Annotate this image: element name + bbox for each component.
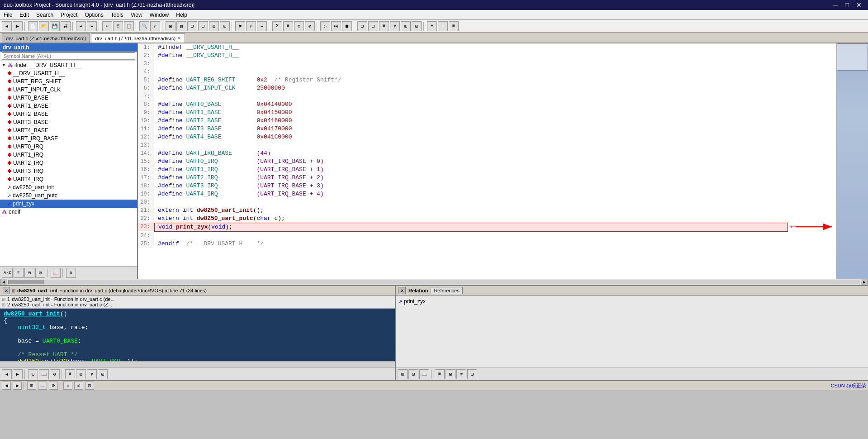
tb-b6[interactable]: ⊡ [220,21,230,31]
tb-b4[interactable]: ⊟ [198,21,208,31]
menu-tools[interactable]: Tools [107,10,127,19]
tree-item-uart0-base[interactable]: ✱ UART0_BASE [0,94,137,102]
tree-item-uart1-base[interactable]: ✱ UART1_BASE [0,102,137,110]
tb-step[interactable]: ⏭ [331,21,341,31]
bl-tb-3[interactable]: ⊞ [28,369,38,379]
tb-copy[interactable]: ⎘ [113,21,123,31]
tb-b1[interactable]: ▣ [166,21,175,31]
h-scrollbar[interactable]: ◀ ▶ [0,279,868,285]
tb-sym3[interactable]: ⊕ [294,21,304,31]
bl-tb-9[interactable]: ⊡ [98,369,108,379]
menu-search[interactable]: Search [33,10,57,19]
sym-tb-4[interactable]: 📖 [51,268,61,278]
tree-item-uart4-irq[interactable]: ✱ UART4_IRQ [0,175,137,183]
rp-tb-1[interactable]: ⊞ [398,369,408,379]
sym-tb-3[interactable]: ⊠ [35,268,45,278]
menu-options[interactable]: Options [81,10,107,19]
h-scroll-right[interactable]: ▶ [861,279,868,285]
tb-print[interactable]: 🖨 [61,21,71,31]
tb-sym1[interactable]: Σ [272,21,282,31]
rp-tb-2[interactable]: ⊡ [408,369,418,379]
tb-b7[interactable]: ⚑ [235,21,245,31]
tree-item-uart3-base[interactable]: ✱ UART3_BASE [0,118,137,126]
tb-more2[interactable]: - [438,21,448,31]
menu-project[interactable]: Project [57,10,81,19]
tree-item-uart-reg-shift[interactable]: ✱ UART_REG_SHIFT [0,77,137,86]
rp-tb-7[interactable]: ⊡ [467,369,477,379]
tb-run[interactable]: ▷ [320,21,330,31]
title-controls[interactable]: ─ □ ✕ [831,1,864,9]
restore-btn[interactable]: □ [843,1,852,9]
bl-tb-4[interactable]: 📖 [39,369,49,379]
rp-tb-5[interactable]: ⊠ [446,369,455,379]
h-scroll-track[interactable] [8,280,860,284]
tb-b8[interactable]: ⚐ [246,21,256,31]
status-btn-6[interactable]: ≡ [63,382,72,390]
relation-tab-references[interactable]: References [431,287,462,294]
status-btn-1[interactable]: ◀ [2,382,11,390]
status-btn-8[interactable]: ⊡ [85,382,94,390]
rp-tb-4[interactable]: ≡ [435,369,445,379]
status-btn-3[interactable]: ⊞ [27,382,36,390]
tree-item-uart-input-clk[interactable]: ✱ UART_INPUT_CLK [0,86,137,94]
tab-drv-uart-h-close[interactable]: ✕ [177,36,181,41]
bl-tb-1[interactable]: ◀ [2,369,12,379]
status-btn-5[interactable]: ⚙ [49,382,58,390]
tb-t3[interactable]: ≡ [379,21,389,31]
sym-tb-2[interactable]: ⊞ [24,268,34,278]
tree-item-uart2-irq[interactable]: ✱ UART2_IRQ [0,159,137,167]
relation-item-print-zyx[interactable]: ↗ print_zyx [398,297,866,305]
minimap-thumb[interactable] [837,43,868,71]
bl-tb-5[interactable]: ⚙ [50,369,60,379]
tb-b2[interactable]: ▤ [176,21,186,31]
tb-new[interactable]: 📄 [28,21,38,31]
tb-t2[interactable]: ⊟ [368,21,378,31]
tb-b5[interactable]: ⊠ [209,21,219,31]
bl-tb-8[interactable]: ≢ [87,369,97,379]
right-panel-close-btn[interactable]: ✕ [398,287,406,294]
tb-b3[interactable]: ⊞ [187,21,197,31]
tb-more1[interactable]: + [427,21,437,31]
tb-t4[interactable]: ≢ [390,21,400,31]
tree-item-dw8250-uart-putc[interactable]: ↗ dw8250_uart_putc [0,191,137,200]
bl-tb-2[interactable]: ▶ [13,369,23,379]
bottom-code-view[interactable]: dw8250_uart_init() { uint32_t base, rate… [0,309,395,361]
tb-sym2[interactable]: ≡ [283,21,293,31]
menu-edit[interactable]: Edit [16,10,33,19]
bottom-left-close-btn[interactable]: ✕ [3,287,10,294]
tb-replace[interactable]: ⇄ [150,21,160,31]
tb-cut[interactable]: ✂ [102,21,112,31]
tree-item-print-zyx[interactable]: ↗ print_zyx [0,200,137,208]
rp-tb-3[interactable]: 📖 [419,369,429,379]
symbol-search-input[interactable] [2,52,135,60]
bl-tb-7[interactable]: ⊠ [76,369,86,379]
menu-help[interactable]: Help [172,10,191,19]
menu-view[interactable]: View [127,10,146,19]
tb-back[interactable]: ◀ [2,21,12,31]
tab-drv-uart-c[interactable]: drv_uart.c (Z:\d1-nezha-rtthread\src) [2,33,90,43]
tree-item-uart2-base[interactable]: ✱ UART2_BASE [0,110,137,118]
tb-save[interactable]: 💾 [50,21,60,31]
status-btn-2[interactable]: ▶ [13,382,22,390]
tb-search[interactable]: 🔍 [139,21,149,31]
status-btn-7[interactable]: ≢ [74,382,83,390]
tb-sym4[interactable]: ⊗ [305,21,315,31]
bottom-h-scroll[interactable] [0,361,395,367]
tb-redo[interactable]: ↪ [87,21,97,31]
minimize-btn[interactable]: ─ [831,1,841,9]
tree-item-uart1-irq[interactable]: ✱ UART1_IRQ [0,151,137,159]
bl-tb-6[interactable]: ≡ [65,369,75,379]
tab-drv-uart-h[interactable]: drv_uart.h (Z:\d1-nezha-rtthread\src) ✕ [91,33,185,43]
tree-item-dw8250-uart-init[interactable]: ↗ dw8250_uart_init [0,183,137,191]
list-entry-1[interactable]: ⊞ 1 dw8250_uart_init - Function in drv_u… [2,296,393,302]
tb-more3[interactable]: ≡ [449,21,459,31]
sym-tb-az[interactable]: A-Z [2,268,13,278]
tree-item-uart0-irq[interactable]: ✱ UART0_IRQ [0,143,137,151]
tree-item-uart-irq-base[interactable]: ✱ UART_IRQ_BASE [0,134,137,143]
tb-open[interactable]: 📂 [39,21,49,31]
status-btn-4[interactable]: 📖 [38,382,47,390]
list-entry-2[interactable]: ⊞ 2 dw8250_uart_init - Function in drv_u… [2,302,393,307]
tb-b9[interactable]: ⇥ [257,21,267,31]
sym-tb-1[interactable]: ≡ [14,268,24,278]
tb-t5[interactable]: ⊞ [401,21,411,31]
